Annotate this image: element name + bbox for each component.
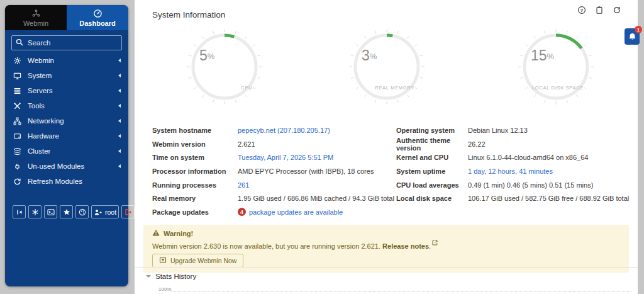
clipboard-icon[interactable] [595, 6, 604, 14]
user-icon [94, 208, 103, 216]
tab-webmin[interactable]: Webmin [5, 5, 67, 30]
info-label: Webmin version [152, 140, 238, 148]
svg-text:5%: 5% [199, 47, 215, 64]
webmin-home-button[interactable] [28, 205, 42, 218]
gauge-cpu: 5%CPU [186, 28, 264, 108]
chevron-left-icon [118, 59, 121, 62]
info-label: Package updates [152, 208, 238, 216]
stats-gridline [171, 291, 631, 291]
info-value-link[interactable]: pepecyb.net (207.180.205.17) [238, 127, 330, 134]
sidebar-item-cluster[interactable]: Cluster [5, 144, 128, 159]
svg-text:15%: 15% [531, 47, 555, 64]
info-value[interactable]: 1 day, 12 hours, 41 minutes [468, 167, 553, 175]
servers-icon [13, 86, 21, 95]
refresh-icon [13, 177, 21, 186]
svg-text:LOCAL DISK SPACE: LOCAL DISK SPACE [532, 85, 584, 91]
logout-button[interactable] [121, 205, 135, 218]
sidebar-item-servers[interactable]: Servers [5, 83, 128, 98]
collapse-sidebar-button[interactable] [13, 205, 26, 218]
favorites-star-button[interactable] [60, 205, 73, 218]
info-value-text: 106.17 GiB used / 582.75 GiB free / 688.… [468, 195, 629, 202]
info-value[interactable]: 261 [238, 181, 249, 189]
collapse-caret-icon [146, 275, 151, 278]
chevron-left-icon [118, 74, 121, 77]
info-value-link[interactable]: 1 day, 12 hours, 41 minutes [468, 167, 553, 175]
bell-icon [628, 32, 637, 41]
sidebar-footer: root [13, 205, 135, 218]
info-row: Running processes 261 [152, 178, 391, 192]
search-input[interactable] [26, 38, 118, 47]
sidebar-menu: Webmin System Servers Tools Networking H… [5, 53, 128, 189]
tab-dashboard-label: Dashboard [79, 20, 115, 27]
info-label: Kernel and CPU [396, 154, 468, 161]
search-box [11, 35, 122, 50]
chevron-left-icon [118, 164, 121, 168]
tab-webmin-label: Webmin [23, 20, 48, 27]
webmin-logo-icon [31, 9, 41, 18]
help-icon[interactable]: ? [577, 6, 586, 14]
info-label: CPU load averages [396, 181, 468, 189]
sidebar-item-un-used-modules[interactable]: Un-used Modules [5, 159, 128, 174]
terminal-button[interactable] [44, 205, 57, 218]
sidebar-item-refresh-modules[interactable]: Refresh Modules [5, 174, 128, 189]
info-row: System uptime 1 day, 12 hours, 41 minute… [396, 164, 635, 178]
sidebar-item-networking[interactable]: Networking [5, 113, 128, 128]
stats-history-header[interactable]: Stats History [135, 268, 638, 280]
info-value[interactable]: Tuesday, April 7, 2026 5:51 PM [238, 154, 333, 161]
info-value-link[interactable]: package updates are available [249, 208, 343, 216]
sidebar-item-system[interactable]: System [5, 68, 128, 83]
sidebar-item-webmin[interactable]: Webmin [5, 53, 128, 68]
user-name-label: root [105, 208, 116, 216]
sidebar-item-tools[interactable]: Tools [5, 98, 128, 113]
search-icon [16, 37, 23, 48]
info-row: Time on system Tuesday, April 7, 2026 5:… [152, 150, 391, 164]
info-value-text: 1.95 GiB used / 686.86 MiB cached / 94.3… [238, 195, 394, 202]
info-label: Local disk space [396, 195, 468, 202]
info-row: Webmin version 2.621 [152, 137, 391, 151]
dashboard-icon [93, 9, 103, 18]
tab-dashboard[interactable]: Dashboard [67, 5, 128, 30]
user-account-button[interactable]: root [91, 205, 119, 218]
info-value: 2.621 [238, 140, 255, 148]
info-row: Operating system Debian Linux 12.13 [396, 123, 635, 137]
info-value-link[interactable]: Tuesday, April 7, 2026 5:51 PM [238, 154, 333, 161]
sidebar: Webmin Dashboard Webmin System Serve [5, 5, 128, 286]
upgrade-icon [159, 256, 167, 265]
sidebar-item-label: Un-used Modules [28, 162, 112, 170]
info-label: Real memory [152, 195, 238, 202]
warning-banner: Warning! Webmin version 2.630 is now ava… [143, 225, 629, 273]
cluster-icon [13, 147, 21, 155]
info-label: System hostname [152, 127, 238, 134]
sidebar-item-label: Cluster [28, 147, 112, 155]
chevron-left-icon [118, 104, 121, 108]
info-label: Processor information [152, 167, 238, 175]
info-value-link[interactable]: 261 [238, 181, 249, 189]
svg-text:3%: 3% [362, 47, 377, 64]
sidebar-item-label: Servers [28, 87, 112, 94]
info-label: Operating system [396, 127, 468, 134]
notifications-bell-button[interactable]: 1 [625, 28, 640, 45]
info-value: Linux 6.1.0-44-cloud-amd64 on x86_64 [468, 154, 588, 161]
warning-text: Webmin version 2.630 is now available, b… [152, 239, 620, 250]
info-row: Kernel and CPU Linux 6.1.0-44-cloud-amd6… [396, 150, 635, 164]
main-panel: System Information ? 5%CPU3%REAL MEMORY1… [135, 0, 638, 294]
upgrade-webmin-button[interactable]: Upgrade Webmin Now [152, 254, 243, 268]
chevron-left-icon [118, 134, 121, 138]
warning-triangle-icon [152, 229, 160, 237]
info-value[interactable]: pepecyb.net (207.180.205.17) [238, 127, 330, 134]
stats-history-section: Stats History 100% [135, 267, 638, 294]
gauge-local-disk-space: 15%LOCAL DISK SPACE [517, 28, 595, 108]
info-value: 26.22 [468, 140, 486, 148]
svg-text:REAL MEMORY: REAL MEMORY [375, 85, 414, 91]
sidebar-item-label: Webmin [28, 57, 112, 64]
info-value: Debian Linux 12.13 [468, 127, 528, 134]
info-value: 0.49 (1 min) 0.46 (5 mins) 0.51 (15 mins… [468, 181, 593, 189]
refresh-icon[interactable] [613, 6, 621, 14]
release-notes-link[interactable]: Release notes [382, 242, 429, 250]
sidebar-item-hardware[interactable]: Hardware [5, 128, 128, 144]
theme-palette-button[interactable] [75, 205, 89, 218]
sidebar-item-label: Refresh Modules [28, 178, 121, 185]
info-row: Authentic theme version 26.22 [396, 137, 635, 151]
info-value[interactable]: 4package updates are available [238, 208, 343, 216]
gauge-real-memory: 3%REAL MEMORY [348, 28, 426, 108]
